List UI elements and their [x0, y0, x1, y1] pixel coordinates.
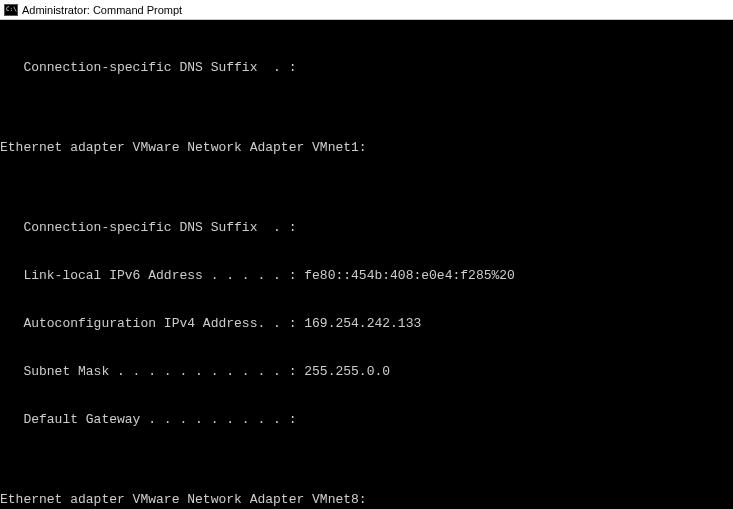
output-line: Connection-specific DNS Suffix . : — [0, 220, 733, 236]
output-line: Connection-specific DNS Suffix . : — [0, 60, 733, 76]
window-titlebar[interactable]: Administrator: Command Prompt — [0, 0, 733, 20]
output-line: Subnet Mask . . . . . . . . . . . : 255.… — [0, 364, 733, 380]
output-line: Ethernet adapter VMware Network Adapter … — [0, 140, 733, 156]
terminal-output[interactable]: Connection-specific DNS Suffix . : Ether… — [0, 20, 733, 509]
window-title: Administrator: Command Prompt — [22, 4, 182, 16]
output-line: Default Gateway . . . . . . . . . : — [0, 412, 733, 428]
cmd-icon — [4, 4, 18, 16]
output-line: Link-local IPv6 Address . . . . . : fe80… — [0, 268, 733, 284]
output-line: Ethernet adapter VMware Network Adapter … — [0, 492, 733, 508]
output-line: Autoconfiguration IPv4 Address. . : 169.… — [0, 316, 733, 332]
